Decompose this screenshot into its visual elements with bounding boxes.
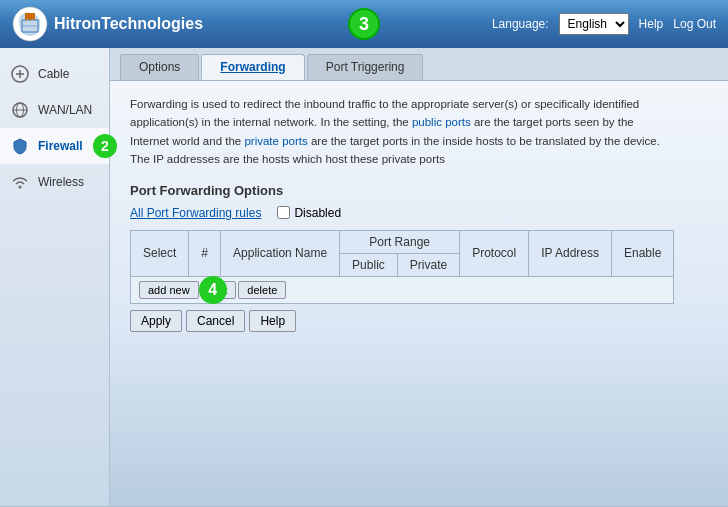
apply-button[interactable]: Apply bbox=[130, 310, 182, 332]
logo: HitronTechnologies bbox=[12, 6, 203, 42]
sidebar: Cable WAN/LAN Firewall 2 bbox=[0, 48, 110, 506]
page-content: Forwarding is used to redirect the inbou… bbox=[110, 81, 728, 506]
tab-options[interactable]: Options bbox=[120, 54, 199, 80]
header: HitronTechnologies 3 Language: English H… bbox=[0, 0, 728, 48]
logo-icon bbox=[12, 6, 48, 42]
col-ip-address: IP Address bbox=[529, 230, 612, 276]
main-layout: Cable WAN/LAN Firewall 2 bbox=[0, 48, 728, 506]
header-right: Language: English Help Log Out bbox=[492, 13, 716, 35]
sidebar-cable-label: Cable bbox=[38, 67, 69, 81]
sidebar-item-firewall[interactable]: Firewall 2 bbox=[0, 128, 109, 164]
tab-port-triggering[interactable]: Port Triggering bbox=[307, 54, 424, 80]
wifi-icon bbox=[10, 172, 30, 192]
sidebar-item-wireless[interactable]: Wireless bbox=[0, 164, 109, 200]
logout-link[interactable]: Log Out bbox=[673, 17, 716, 31]
svg-point-8 bbox=[19, 186, 22, 189]
language-label: Language: bbox=[492, 17, 549, 31]
delete-button[interactable]: delete bbox=[238, 281, 286, 299]
action-row: add new edit delete 4 bbox=[131, 276, 674, 303]
section-title: Port Forwarding Options bbox=[130, 183, 708, 198]
sidebar-wireless-label: Wireless bbox=[38, 175, 84, 189]
forwarding-table: Select # Application Name Port Range Pro bbox=[130, 230, 674, 304]
sidebar-item-cable[interactable]: Cable bbox=[0, 56, 109, 92]
sidebar-wanlan-label: WAN/LAN bbox=[38, 103, 92, 117]
sidebar-firewall-label: Firewall bbox=[38, 139, 83, 153]
action-buttons-wrapper: add new edit delete 4 bbox=[139, 281, 286, 299]
language-select[interactable]: English bbox=[559, 13, 629, 35]
tabs: Options Forwarding Port Triggering bbox=[110, 48, 728, 81]
apply-row: Apply Cancel Help bbox=[130, 310, 708, 332]
disabled-checkbox[interactable] bbox=[277, 206, 290, 219]
cancel-button[interactable]: Cancel bbox=[186, 310, 245, 332]
disabled-label: Disabled bbox=[294, 206, 341, 220]
disabled-check: Disabled bbox=[277, 206, 341, 220]
step2-badge: 2 bbox=[93, 134, 117, 158]
col-port-public: Public bbox=[340, 253, 398, 276]
description: Forwarding is used to redirect the inbou… bbox=[130, 95, 670, 169]
help-button[interactable]: Help bbox=[249, 310, 296, 332]
options-row: All Port Forwarding rules Disabled bbox=[130, 206, 708, 220]
add-new-button[interactable]: add new bbox=[139, 281, 199, 299]
globe-icon bbox=[10, 100, 30, 120]
header-title: HitronTechnologies bbox=[54, 15, 203, 33]
desc-highlight1: public ports bbox=[412, 116, 471, 128]
desc-highlight2: private ports bbox=[244, 135, 307, 147]
col-protocol: Protocol bbox=[460, 230, 529, 276]
tab-forwarding[interactable]: Forwarding bbox=[201, 54, 304, 80]
all-rules-label[interactable]: All Port Forwarding rules bbox=[130, 206, 261, 220]
help-link[interactable]: Help bbox=[639, 17, 664, 31]
col-enable: Enable bbox=[612, 230, 674, 276]
col-app-name: Application Name bbox=[221, 230, 340, 276]
step3-badge: 3 bbox=[348, 8, 380, 40]
shield-icon bbox=[10, 136, 30, 156]
col-port-range: Port Range bbox=[340, 230, 460, 253]
col-select: Select bbox=[131, 230, 189, 276]
edit-button[interactable]: edit bbox=[201, 281, 237, 299]
svg-point-1 bbox=[27, 14, 33, 20]
col-hash: # bbox=[189, 230, 221, 276]
wrench-icon bbox=[10, 64, 30, 84]
sidebar-item-wanlan[interactable]: WAN/LAN bbox=[0, 92, 109, 128]
content-area: Options Forwarding Port Triggering Forwa… bbox=[110, 48, 728, 506]
col-port-private: Private bbox=[397, 253, 459, 276]
